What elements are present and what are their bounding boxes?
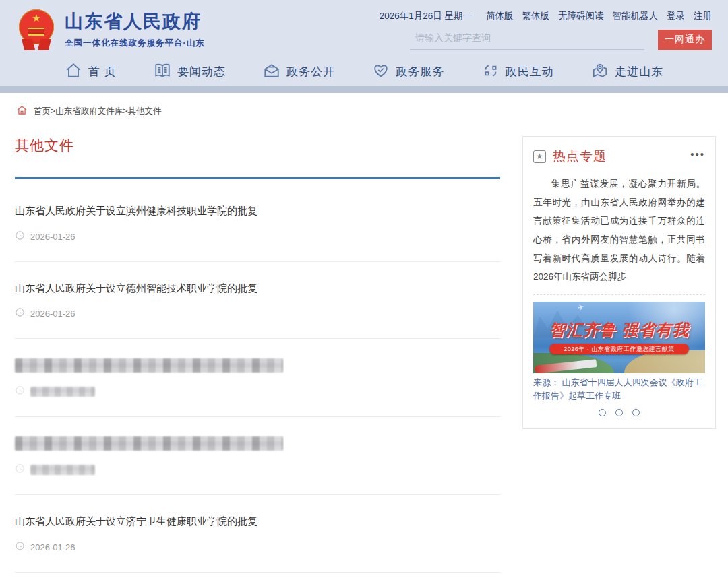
- interaction-icon: [482, 62, 499, 82]
- link-traditional[interactable]: 繁体版: [522, 10, 550, 22]
- nav-news[interactable]: 要闻动态: [154, 62, 226, 82]
- site-title: 山东省人民政府: [65, 9, 205, 34]
- carousel-dots: [533, 407, 705, 419]
- document-date: 2026-01-26: [30, 232, 75, 242]
- link-login[interactable]: 登录: [667, 10, 685, 22]
- link-robot[interactable]: 智能机器人: [613, 10, 659, 22]
- topic-banner-image[interactable]: ✈ ⛴ 智汇齐鲁 强省有我 2026年 · 山东省政府工作邀您建言献策: [533, 302, 705, 373]
- link-accessibility[interactable]: 无障碍阅读: [558, 10, 604, 22]
- page-title: 其他文件: [15, 136, 500, 155]
- mail-icon: [263, 62, 280, 82]
- link-register[interactable]: 注册: [694, 10, 712, 22]
- document-row: 山东省人民政府关于设立济宁卫生健康职业学院的批复 2026-01-26: [15, 495, 500, 573]
- document-row: 山东省人民政府关于设立滨州健康科技职业学院的批复 2026-01-26: [15, 185, 500, 262]
- document-list: 山东省人民政府关于设立滨州健康科技职业学院的批复 2026-01-26 山东省人…: [15, 185, 500, 582]
- carousel-dot[interactable]: [615, 409, 623, 416]
- hot-topics-excerpt: 集思广益谋发展，凝心聚力开新局。五年时光，由山东省人民政府网举办的建言献策征集活…: [533, 174, 705, 295]
- site-header: ★ 山东省人民政府 全国一体化在线政务服务平台·山东 2026年1月26日 星期…: [0, 0, 728, 57]
- hot-topics-title: 热点专题: [553, 148, 607, 165]
- document-date: 2026-01-26: [30, 542, 75, 552]
- clock-icon: [15, 541, 25, 554]
- heart-icon: [372, 62, 390, 82]
- nav-home[interactable]: 首 页: [65, 62, 117, 82]
- clock-icon: [15, 463, 25, 476]
- document-title-link[interactable]: 山东省人民政府关于设立德州智能技术职业学院的批复: [15, 282, 500, 295]
- more-menu-icon[interactable]: •••: [690, 151, 705, 162]
- main-nav: 首 页 要闻动态 政务公开 政务服务 政民互动 走进山东: [0, 57, 728, 86]
- nav-interaction[interactable]: 政民互动: [482, 62, 554, 82]
- breadcrumb-path[interactable]: 首页>山东省政府文件库>其他文件: [34, 106, 162, 117]
- banner-ribbon: 2026年 · 山东省政府工作邀您建言献策: [549, 344, 689, 354]
- breadcrumb: 首页>山东省政府文件库>其他文件: [0, 93, 728, 119]
- search-input[interactable]: [410, 30, 644, 50]
- document-row-redacted: [15, 339, 500, 417]
- link-simplified[interactable]: 简体版: [486, 10, 514, 22]
- star-badge-icon: ★: [533, 150, 546, 163]
- breadcrumb-home-icon[interactable]: [16, 104, 28, 119]
- clock-icon: [15, 307, 25, 320]
- map-pin-icon: [591, 62, 609, 82]
- document-row: 山东省人民政府关于设立青岛健康科技职业学院的批复 2026-01-26: [15, 573, 500, 582]
- site-logo[interactable]: ★ 山东省人民政府 全国一体化在线政务服务平台·山东: [18, 8, 205, 50]
- nav-about-shandong[interactable]: 走进山东: [591, 62, 663, 82]
- book-icon: [154, 62, 171, 82]
- document-row: 山东省人民政府关于设立德州智能技术职业学院的批复 2026-01-26: [15, 262, 500, 340]
- current-date: 2026年1月26日 星期一: [380, 10, 472, 22]
- document-title-link[interactable]: 山东省人民政府关于设立济宁卫生健康职业学院的批复: [15, 515, 500, 528]
- home-icon: [65, 62, 82, 82]
- document-date-redacted: [30, 465, 95, 475]
- banner-caption: 来源： 山东省十四届人大四次会议《政府工作报告》起草工作专班: [533, 376, 705, 403]
- title-rule: [15, 177, 500, 179]
- document-row-redacted: [15, 417, 500, 495]
- site-subtitle: 全国一体化在线政务服务平台·山东: [65, 38, 205, 49]
- nav-divider-strip: [0, 86, 728, 93]
- clock-icon: [15, 230, 25, 243]
- carousel-dot[interactable]: [599, 409, 606, 416]
- hot-topics-card: ★ 热点专题 ••• 集思广益谋发展，凝心聚力开新局。五年时光，由山东省人民政府…: [522, 136, 716, 429]
- document-title-redacted[interactable]: [15, 437, 283, 451]
- portal-button[interactable]: 一网通办: [658, 30, 712, 50]
- carousel-dot[interactable]: [632, 409, 640, 416]
- document-date: 2026-01-26: [30, 309, 75, 319]
- document-date-redacted: [30, 387, 95, 397]
- nav-services[interactable]: 政务服务: [372, 62, 444, 82]
- clock-icon: [15, 385, 25, 398]
- document-title-redacted[interactable]: [15, 358, 283, 373]
- banner-headline: 智汇齐鲁 强省有我: [533, 319, 705, 341]
- nav-public-info[interactable]: 政务公开: [263, 62, 335, 82]
- national-emblem-icon: ★: [18, 8, 55, 50]
- document-title-link[interactable]: 山东省人民政府关于设立滨州健康科技职业学院的批复: [15, 204, 500, 218]
